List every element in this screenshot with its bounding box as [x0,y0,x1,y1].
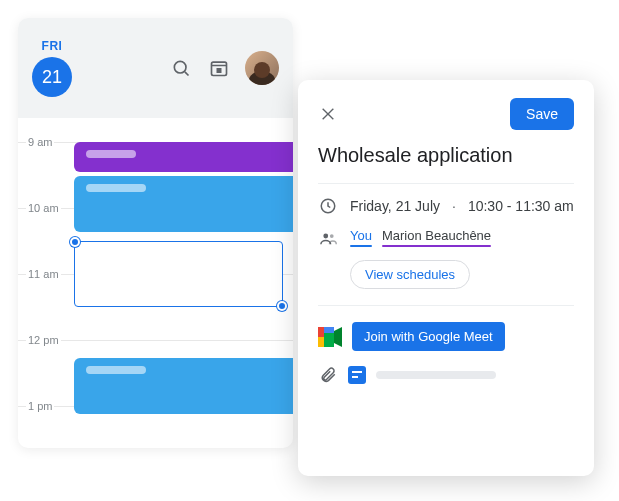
attendee-chip-you[interactable]: You [350,228,372,250]
hour-label: 1 pm [26,400,54,412]
view-schedules-wrap: View schedules [350,260,574,289]
event-time-row[interactable]: Friday, 21 July · 10:30 - 11:30 am [318,196,574,216]
new-event-selection[interactable] [74,241,283,307]
attendee-underline [350,245,372,247]
calendar-current-day[interactable]: FRI 21 [32,39,72,97]
resize-handle-end[interactable] [277,301,287,311]
google-meet-row: Join with Google Meet [318,322,574,351]
clock-icon [318,196,338,216]
attendee-label: You [350,228,372,243]
svg-marker-13 [334,327,342,347]
svg-rect-11 [318,337,324,347]
dot-separator: · [452,198,456,214]
hour-label: 9 am [26,136,54,148]
calendar-timeline[interactable]: 9 am 10 am 11 am 12 pm 1 pm [18,118,293,448]
today-icon[interactable] [207,56,231,80]
google-meet-icon [318,327,342,347]
calendar-header: FRI 21 [18,18,293,118]
attendee-label: Marion Beauchêne [382,228,491,243]
attendee-chips: You Marion Beauchêne [350,228,491,250]
event-time: 10:30 - 11:30 am [468,198,574,214]
hour-label: 10 am [26,202,61,214]
event-title-placeholder [86,150,136,158]
calendar-event[interactable] [74,358,293,414]
join-meet-button[interactable]: Join with Google Meet [352,322,505,351]
detail-header: Save [318,98,574,130]
calendar-day-view: FRI 21 9 am 10 am 11 am 12 pm 1 pm [18,18,293,448]
divider [318,183,574,184]
attachment-name-placeholder [376,371,496,379]
svg-rect-10 [318,327,324,337]
calendar-header-actions [169,51,279,85]
calendar-event[interactable] [74,176,293,232]
search-icon[interactable] [169,56,193,80]
svg-point-9 [330,234,334,238]
event-title-placeholder [86,366,146,374]
calendar-day-number: 21 [32,57,72,97]
attachment-icon [318,365,338,385]
svg-line-1 [185,72,189,76]
divider [318,305,574,306]
attachment-row[interactable] [318,365,574,385]
attendee-underline [382,245,491,247]
people-icon [318,229,338,249]
event-attendees-row[interactable]: You Marion Beauchêne [318,228,574,250]
event-title-placeholder [86,184,146,192]
event-title[interactable]: Wholesale application [318,144,574,167]
calendar-event[interactable] [74,142,293,172]
svg-rect-4 [217,68,222,73]
svg-point-8 [323,234,328,239]
resize-handle-start[interactable] [70,237,80,247]
avatar[interactable] [245,51,279,85]
google-doc-icon[interactable] [348,366,366,384]
event-detail-panel: Save Wholesale application Friday, 21 Ju… [298,80,594,476]
hour-label: 11 am [26,268,61,280]
attendee-chip-other[interactable]: Marion Beauchêne [382,228,491,250]
hour-row: 12 pm [18,340,293,341]
svg-point-0 [174,61,186,73]
svg-rect-14 [324,327,334,333]
close-icon[interactable] [318,104,338,124]
view-schedules-button[interactable]: View schedules [350,260,470,289]
save-button[interactable]: Save [510,98,574,130]
hour-label: 12 pm [26,334,61,346]
event-date: Friday, 21 July [350,198,440,214]
calendar-day-label: FRI [42,39,63,53]
